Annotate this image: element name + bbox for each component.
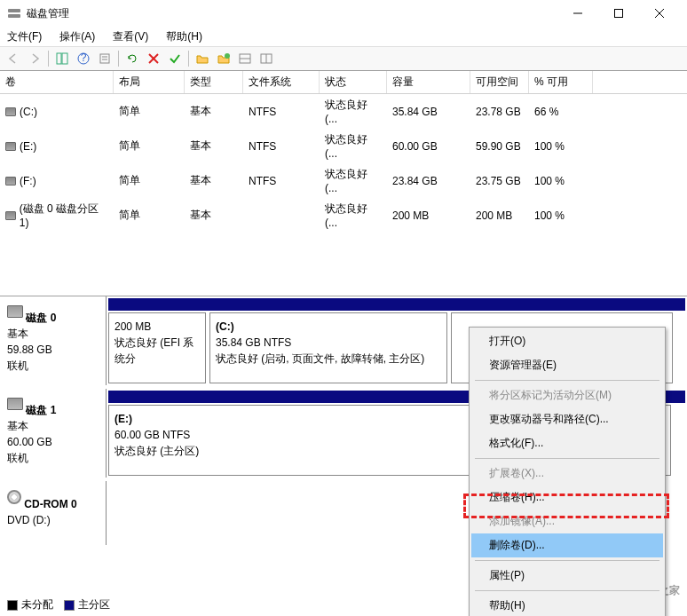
svg-text:?: ? (81, 52, 87, 64)
panel-icon[interactable] (235, 49, 255, 68)
volume-icon (5, 142, 16, 151)
context-menu-separator (475, 590, 659, 591)
delete-icon[interactable] (144, 49, 163, 68)
context-menu-item[interactable]: 删除卷(D)... (471, 533, 663, 557)
volume-list[interactable]: 卷 布局 类型 文件系统 状态 容量 可用空间 % 可用 (C:) 简单基本 N… (0, 71, 687, 296)
window-title: 磁盘管理 (27, 6, 557, 21)
context-menu-item: 将分区标记为活动分区(M) (471, 383, 663, 407)
col-capacity[interactable]: 容量 (387, 71, 470, 93)
volume-row[interactable]: (F:) 简单基本 NTFS状态良好 (... 23.84 GB23.75 GB… (0, 163, 687, 198)
context-menu-item[interactable]: 资源管理器(E) (471, 353, 663, 377)
properties-icon[interactable] (95, 49, 114, 68)
check-icon[interactable] (165, 49, 185, 68)
context-menu: 打开(O)资源管理器(E)将分区标记为活动分区(M)更改驱动器号和路径(C)..… (469, 327, 666, 616)
col-status[interactable]: 状态 (320, 71, 387, 93)
context-menu-item[interactable]: 更改驱动器号和路径(C)... (471, 407, 663, 431)
list-header: 卷 布局 类型 文件系统 状态 容量 可用空间 % 可用 (0, 71, 687, 94)
menu-action[interactable]: 操作(A) (56, 28, 99, 46)
folder-icon[interactable] (193, 49, 212, 68)
svg-rect-10 (100, 54, 109, 63)
context-menu-item: 扩展卷(X)... (471, 462, 663, 486)
volume-row[interactable]: (E:) 简单基本 NTFS状态良好 (... 60.00 GB59.90 GB… (0, 129, 687, 163)
col-pct[interactable]: % 可用 (529, 71, 593, 93)
context-menu-item[interactable]: 压缩卷(H)... (471, 486, 663, 509)
svg-rect-0 (8, 9, 20, 12)
legend-primary-swatch (64, 600, 75, 611)
cdrom-title: CD-ROM 0 (24, 498, 76, 510)
help-icon[interactable]: ? (74, 49, 93, 68)
volume-icon (5, 107, 16, 116)
volume-icon (5, 177, 16, 186)
svg-rect-7 (62, 53, 67, 64)
menu-view[interactable]: 查看(V) (109, 28, 152, 46)
legend: 未分配 主分区 (7, 597, 110, 612)
menubar: 文件(F) 操作(A) 查看(V) 帮助(H) (0, 27, 687, 46)
svg-rect-1 (8, 14, 20, 18)
new-folder-icon[interactable] (214, 49, 233, 68)
legend-primary-label: 主分区 (78, 597, 110, 612)
svg-rect-3 (615, 10, 623, 18)
col-layout[interactable]: 布局 (114, 71, 185, 93)
menu-file[interactable]: 文件(F) (4, 28, 45, 46)
disk-label[interactable]: 磁盘 0基本59.88 GB联机 (0, 296, 107, 385)
minimize-button[interactable] (557, 0, 598, 27)
disk-label[interactable]: 磁盘 1基本60.00 GB联机 (0, 389, 107, 478)
disk-icon (7, 398, 23, 410)
menu-help[interactable]: 帮助(H) (162, 28, 206, 46)
col-free[interactable]: 可用空间 (470, 71, 529, 93)
svg-point-15 (225, 53, 230, 59)
context-menu-separator (475, 380, 659, 381)
volume-icon (5, 211, 16, 220)
context-menu-item: 添加镜像(A)... (471, 509, 663, 533)
back-button[interactable] (4, 49, 23, 68)
close-button[interactable] (639, 0, 680, 27)
toolbar: ? (0, 46, 687, 71)
legend-unalloc-label: 未分配 (21, 597, 53, 612)
partition[interactable]: (C:)35.84 GB NTFS状态良好 (启动, 页面文件, 故障转储, 主… (209, 312, 447, 383)
col-fs[interactable]: 文件系统 (243, 71, 320, 93)
col-type[interactable]: 类型 (185, 71, 243, 93)
context-menu-item[interactable]: 帮助(H) (471, 594, 663, 616)
context-menu-separator (475, 458, 659, 459)
legend-unalloc-swatch (7, 600, 18, 611)
cdrom-icon (7, 490, 21, 504)
view-list-icon[interactable] (52, 49, 72, 68)
partition[interactable]: 200 MB状态良好 (EFI 系统分 (108, 312, 206, 383)
volume-row[interactable]: (磁盘 0 磁盘分区 1) 简单基本 状态良好 (... 200 MB200 M… (0, 198, 687, 233)
refresh-icon[interactable] (122, 49, 142, 68)
context-menu-separator (475, 560, 659, 561)
cdrom-label: CD-ROM 0 DVD (D:) 无媒体 (0, 481, 107, 545)
context-menu-item[interactable]: 格式化(F)... (471, 431, 663, 455)
maximize-button[interactable] (598, 0, 639, 27)
grid-icon[interactable] (257, 49, 276, 68)
titlebar: 磁盘管理 (0, 0, 687, 27)
context-menu-item[interactable]: 属性(P) (471, 564, 663, 588)
context-menu-item[interactable]: 打开(O) (471, 329, 663, 353)
app-icon (7, 6, 21, 20)
svg-rect-6 (57, 53, 61, 64)
volume-row[interactable]: (C:) 简单基本 NTFS状态良好 (... 35.84 GB23.78 GB… (0, 94, 687, 129)
forward-button[interactable] (25, 49, 44, 68)
disk-icon (7, 305, 23, 318)
cdrom-sub: DVD (D:) (7, 514, 51, 526)
col-volume[interactable]: 卷 (0, 71, 114, 93)
disk-bar (108, 298, 685, 311)
